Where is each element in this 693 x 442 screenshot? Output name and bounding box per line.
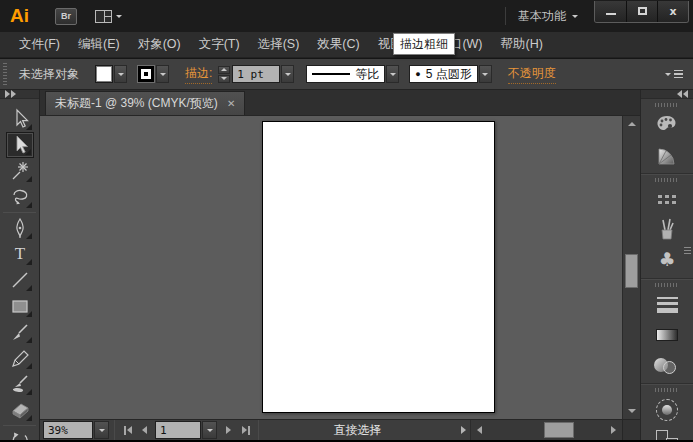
fill-color-dropdown[interactable] — [114, 65, 127, 83]
scroll-left-button[interactable] — [471, 421, 488, 439]
horizontal-scroll-thumb[interactable] — [544, 422, 574, 438]
pencil-tool[interactable] — [6, 345, 34, 371]
rotate-tool[interactable] — [6, 428, 34, 440]
zoom-level-input[interactable]: 39% — [43, 421, 93, 439]
panel-grip[interactable] — [655, 178, 679, 182]
chevron-down-icon — [285, 73, 291, 76]
pen-tool[interactable] — [6, 215, 34, 241]
collapse-panel-icon — [5, 90, 16, 98]
stroke-weight-decrease-button[interactable] — [218, 75, 230, 83]
artboard-number-input[interactable]: 1 — [155, 421, 201, 439]
brush-definition-select[interactable]: ● 5 点圆形 — [409, 65, 477, 83]
rotate-tool-icon — [9, 430, 31, 440]
color-panel-button[interactable] — [645, 110, 689, 139]
next-artboard-button[interactable] — [220, 421, 237, 439]
stroke-panel-button[interactable] — [645, 290, 689, 319]
pencil-tool-icon — [9, 347, 31, 369]
width-profile-dropdown[interactable] — [386, 65, 399, 83]
swatches-panel-button[interactable] — [645, 185, 689, 214]
width-profile-select[interactable]: 等比 — [306, 65, 385, 83]
scroll-up-button[interactable] — [623, 116, 640, 132]
stroke-weight-input[interactable]: 1 pt — [232, 65, 280, 83]
arrow-up-icon — [628, 122, 636, 126]
symbols-panel-button[interactable]: ♣ — [645, 245, 689, 274]
dock-resize-grip[interactable] — [684, 247, 691, 254]
scroll-right-button[interactable] — [605, 421, 622, 439]
menu-file[interactable]: 文件(F) — [10, 36, 69, 53]
graphic-styles-panel-button[interactable] — [645, 425, 689, 440]
stroke-panel-link[interactable]: 描边: — [185, 65, 212, 84]
color-panel-icon — [653, 113, 681, 137]
bridge-button[interactable]: Br — [55, 8, 77, 25]
last-artboard-button[interactable] — [237, 421, 254, 439]
panel-group-swatches: ♣ — [641, 174, 693, 279]
line-segment-tool[interactable] — [6, 267, 34, 293]
fill-color-swatch[interactable] — [95, 65, 113, 83]
tab-close-icon[interactable]: ✕ — [227, 98, 235, 109]
horizontal-scrollbar[interactable] — [470, 420, 622, 440]
swatches-panel-icon — [657, 194, 677, 205]
canvas[interactable] — [40, 116, 622, 419]
chevron-down-icon — [665, 73, 671, 76]
arrow-down-icon — [221, 77, 227, 80]
opacity-panel-link[interactable]: 不透明度 — [508, 65, 556, 84]
minimize-button[interactable] — [595, 1, 626, 22]
stroke-weight-increase-button[interactable] — [218, 66, 230, 74]
appearance-panel-button[interactable] — [645, 395, 689, 424]
panel-grip[interactable] — [3, 63, 7, 85]
panel-grip[interactable] — [655, 103, 679, 107]
tools-panel-header[interactable] — [0, 90, 39, 99]
gradient-panel-button[interactable] — [645, 320, 689, 349]
menu-object[interactable]: 对象(O) — [129, 36, 190, 53]
document-tab[interactable]: 未标题-1 @ 39% (CMYK/预览) ✕ — [45, 91, 245, 115]
panel-grip[interactable] — [655, 388, 679, 392]
brushes-panel-button[interactable] — [645, 215, 689, 244]
rectangle-tool[interactable] — [6, 293, 34, 319]
scroll-down-button[interactable] — [623, 403, 640, 419]
direct-selection-tool[interactable] — [6, 132, 34, 158]
vertical-scroll-track[interactable] — [623, 132, 640, 403]
maximize-button[interactable] — [626, 1, 657, 22]
previous-artboard-button[interactable] — [136, 421, 153, 439]
appearance-panel-icon — [656, 399, 678, 421]
arrow-right-icon — [611, 426, 616, 434]
eraser-tool[interactable] — [6, 397, 34, 423]
transparency-panel-button[interactable] — [645, 350, 689, 379]
menu-edit[interactable]: 编辑(E) — [69, 36, 129, 53]
stroke-color-dropdown[interactable] — [156, 65, 169, 83]
zoom-level-dropdown[interactable] — [94, 421, 109, 439]
lasso-tool[interactable] — [6, 184, 34, 210]
horizontal-scroll-track[interactable] — [488, 420, 605, 440]
line-segment-tool-icon — [9, 269, 31, 291]
menu-help[interactable]: 帮助(H) — [492, 36, 552, 53]
paintbrush-tool[interactable] — [6, 319, 34, 345]
arrow-right-icon — [226, 426, 231, 434]
menu-type[interactable]: 文字(T) — [190, 36, 249, 53]
menu-effect[interactable]: 效果(C) — [308, 36, 368, 53]
first-artboard-button[interactable] — [119, 421, 136, 439]
artboard[interactable] — [262, 121, 495, 413]
close-button[interactable]: x — [657, 1, 688, 22]
selection-tool[interactable] — [6, 106, 34, 132]
stroke-weight-dropdown[interactable] — [281, 65, 294, 83]
stroke-color-swatch[interactable] — [137, 65, 155, 83]
status-bar-menu-button[interactable] — [456, 421, 470, 439]
direct-selection-tool-icon — [9, 134, 31, 156]
vertical-scroll-thumb[interactable] — [625, 254, 638, 288]
menu-list-icon — [674, 70, 683, 79]
workspace-selector[interactable]: 基本功能 — [518, 8, 578, 25]
panel-grip[interactable] — [655, 283, 679, 287]
artboard-dropdown[interactable] — [202, 421, 217, 439]
right-dock-header[interactable] — [641, 90, 693, 99]
color-guide-panel-button[interactable] — [645, 140, 689, 169]
window-controls: x — [594, 1, 689, 23]
control-panel-menu-button[interactable] — [665, 70, 683, 79]
type-tool[interactable]: T — [6, 241, 34, 267]
arrange-documents-button[interactable] — [95, 10, 122, 23]
magic-wand-tool[interactable] — [6, 158, 34, 184]
brush-definition-dropdown[interactable] — [479, 65, 492, 83]
vertical-scrollbar[interactable] — [622, 116, 640, 419]
blob-brush-tool[interactable] — [6, 371, 34, 397]
menu-select[interactable]: 选择(S) — [249, 36, 309, 53]
type-tool-icon: T — [15, 244, 25, 264]
